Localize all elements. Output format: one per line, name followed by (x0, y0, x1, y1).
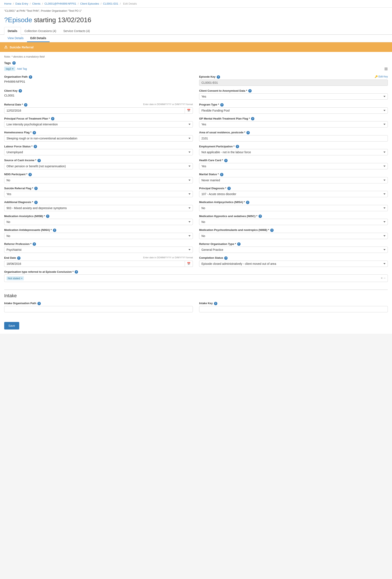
referrer-profession-group: Referrer Profession * ? Psychiatrist (4, 242, 193, 253)
medication-hypnotics-label: Medication Hypnotics and sedatives (N05C… (199, 215, 388, 218)
ndis-participant-help[interactable]: ? (28, 173, 32, 176)
referral-date-help[interactable]: ? (24, 103, 27, 107)
tab-collection-occasions[interactable]: Collection Occasions (4) (21, 27, 60, 35)
medication-anxiolytics-group: Medication Anxiolytics (N05B) * ? No (4, 215, 193, 225)
tab-details[interactable]: Details (4, 27, 21, 35)
help-question-mark[interactable]: ? (4, 16, 8, 24)
referral-date-input[interactable] (4, 107, 185, 114)
medication-anxiolytics-select[interactable]: No (4, 219, 193, 225)
breadcrumb-client-episodes[interactable]: Client Episodes (80, 2, 99, 5)
suicide-referral-flag-help[interactable]: ? (34, 187, 38, 190)
area-postcode-input[interactable] (199, 135, 388, 142)
referrer-org-type-help[interactable]: ? (237, 242, 241, 246)
secondary-tabs: View Details Edit Details (0, 35, 392, 42)
medication-antidepressants-help[interactable]: ? (53, 229, 56, 232)
tab-view-details[interactable]: View Details (4, 35, 27, 42)
tags-grid-icon[interactable]: ▦ (384, 66, 388, 71)
medication-psychostimulants-help[interactable]: ? (270, 229, 274, 232)
tags-section: Tags ? tag3 × Add Tag ▦ (4, 61, 388, 71)
referral-date-calendar-button[interactable]: 📅 (185, 107, 193, 114)
principal-focus-select[interactable]: Low intensity psychological intervention (4, 121, 193, 128)
tag-remove-button[interactable]: × (12, 67, 14, 70)
additional-diagnosis-select[interactable]: 903 - Mixed anxiety and depressive sympt… (4, 205, 193, 211)
breadcrumb-clients[interactable]: Clients (32, 2, 41, 5)
principal-diagnosis-help[interactable]: ? (227, 187, 231, 190)
principal-diagnosis-group: Principal Diagnosis * ? 107 - Acute stre… (199, 187, 388, 197)
intake-org-path-input[interactable] (4, 306, 193, 312)
marital-status-help[interactable]: ? (220, 173, 224, 176)
medication-antidepressants-select[interactable]: No (4, 233, 193, 239)
tab-edit-details[interactable]: Edit Details (27, 35, 50, 42)
tags-label-text: Tags (4, 61, 11, 65)
medication-anxiolytics-label: Medication Anxiolytics (N05B) * ? (4, 215, 193, 218)
end-date-input[interactable] (4, 261, 185, 267)
medication-antipsychotics-help[interactable]: ? (246, 201, 249, 204)
marital-status-label: Marital Status * ? (199, 173, 388, 176)
health-care-card-help[interactable]: ? (224, 159, 227, 162)
principal-focus-help[interactable]: ? (51, 117, 55, 120)
medication-hypnotics-help[interactable]: ? (259, 215, 262, 218)
program-type-select[interactable]: Flexible Funding Pool (199, 107, 388, 114)
area-postcode-label: Area of usual residence, postcode * ? (199, 131, 388, 134)
end-date-group: End Date ? Enter date in DD/MM/YYYY or D… (4, 256, 193, 267)
episode-key-help[interactable]: ? (217, 75, 220, 79)
multiselect-clear-icon[interactable]: × (381, 276, 383, 280)
completion-status-group: Completion Status ? Episode closed admin… (199, 256, 388, 267)
org-referred-conclusion-multiselect[interactable]: Not stated × × − (4, 275, 388, 282)
intake-key-input[interactable] (199, 306, 388, 312)
edit-key-button[interactable]: Edit Key (375, 75, 388, 78)
breadcrumb-episode-id[interactable]: CL0001-E01 (103, 2, 118, 5)
homelessness-flag-help[interactable]: ? (33, 131, 36, 134)
principal-focus-label: Principal Focus of Treatment Plan * ? (4, 117, 193, 121)
add-tag-button[interactable]: Add Tag (17, 67, 27, 70)
tab-service-contacts[interactable]: Service Contacts (4) (60, 27, 94, 35)
referrer-profession-help[interactable]: ? (33, 242, 36, 246)
principal-diagnosis-select[interactable]: 107 - Acute stress disorder (199, 191, 388, 197)
org-referred-tag-remove[interactable]: × (21, 277, 23, 280)
employment-participation-select[interactable]: Not applicable - not in the labour force (199, 149, 388, 155)
source-cash-income-help[interactable]: ? (37, 159, 41, 162)
save-button[interactable]: Save (4, 322, 19, 329)
tags-help-icon[interactable]: ? (12, 61, 16, 65)
program-type-help[interactable]: ? (220, 103, 224, 107)
breadcrumb-home[interactable]: Home (4, 2, 11, 5)
client-consent-help[interactable]: ? (248, 89, 252, 92)
client-consent-select[interactable]: Yes No (199, 93, 388, 100)
end-date-calendar-button[interactable]: 📅 (185, 261, 193, 267)
principal-focus-group: Principal Focus of Treatment Plan * ? Lo… (4, 117, 193, 128)
intake-key-help[interactable]: ? (214, 302, 217, 305)
labour-force-help[interactable]: ? (34, 145, 37, 148)
medication-anxiolytics-help[interactable]: ? (46, 215, 49, 218)
breadcrumb-data-entry[interactable]: Data Entry (15, 2, 28, 5)
referrer-org-type-select[interactable]: General Practice (199, 247, 388, 253)
form-grid: Organisation Path ? PHN999:NFP01 Episode… (4, 75, 388, 285)
medication-hypnotics-select[interactable]: No (199, 219, 388, 225)
intake-org-path-help[interactable]: ? (37, 302, 41, 305)
completion-status-help[interactable]: ? (224, 256, 227, 260)
additional-diagnosis-help[interactable]: ? (34, 201, 38, 204)
organisation-path-help[interactable]: ? (29, 75, 32, 79)
completion-status-select[interactable]: Episode closed administratively - client… (199, 261, 388, 267)
labour-force-select[interactable]: Unemployed (4, 149, 193, 155)
medication-antipsychotics-select[interactable]: No (199, 205, 388, 211)
employment-participation-help[interactable]: ? (236, 145, 239, 148)
source-cash-income-select[interactable]: Other pension or benefit (not superannua… (4, 163, 193, 169)
end-date-help[interactable]: ? (17, 256, 20, 260)
ndis-participant-select[interactable]: No (4, 177, 193, 183)
marital-status-select[interactable]: Never married (199, 177, 388, 183)
org-referred-conclusion-group: Organisation type referred to at Episode… (4, 270, 388, 282)
referrer-profession-select[interactable]: Psychiatrist (4, 247, 193, 253)
org-referred-conclusion-help[interactable]: ? (75, 270, 78, 274)
gp-mental-health-help[interactable]: ? (251, 117, 254, 120)
suicide-referral-flag-select[interactable]: Yes (4, 191, 193, 197)
episode-link[interactable]: Episode (8, 16, 32, 24)
multiselect-open-icon[interactable]: − (384, 276, 386, 280)
breadcrumb-client-id[interactable]: CL0001@PHN999:NFP01 (44, 2, 76, 5)
gp-mental-health-select[interactable]: Yes (199, 121, 388, 128)
medication-psychostimulants-select[interactable]: No (199, 233, 388, 239)
homelessness-flag-select[interactable]: Sleeping rough or in non-conventional ac… (4, 135, 193, 142)
medication-antidepressants-group: Medication Antidepressants (N06A) * ? No (4, 228, 193, 239)
area-postcode-help[interactable]: ? (246, 131, 250, 134)
health-care-card-select[interactable]: Yes (199, 163, 388, 169)
client-key-help[interactable]: ? (19, 89, 22, 92)
